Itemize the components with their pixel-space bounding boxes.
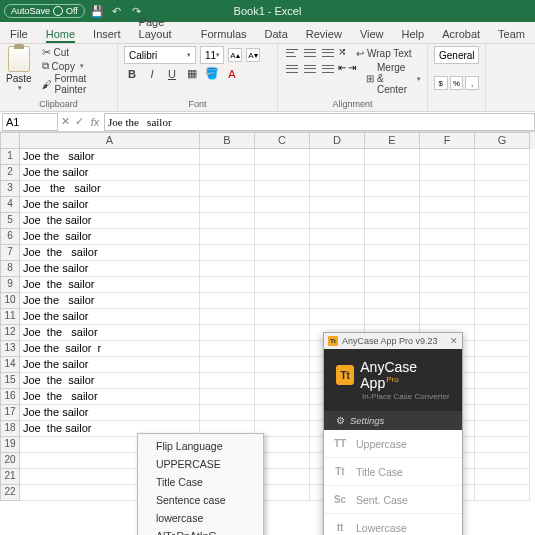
cell[interactable] <box>200 165 255 181</box>
row-header[interactable]: 19 <box>0 437 20 453</box>
name-box[interactable] <box>2 113 58 131</box>
cell[interactable] <box>475 181 530 197</box>
tab-insert[interactable]: Insert <box>93 28 121 43</box>
cell[interactable] <box>255 277 310 293</box>
cell[interactable] <box>310 245 365 261</box>
cell[interactable] <box>420 213 475 229</box>
cell[interactable] <box>200 197 255 213</box>
cell[interactable]: Joe the sailor <box>20 293 200 309</box>
cell[interactable] <box>420 261 475 277</box>
cm-titlecase[interactable]: Title Case <box>138 473 263 491</box>
cell[interactable] <box>475 453 530 469</box>
row-header[interactable]: 4 <box>0 197 20 213</box>
tab-team[interactable]: Team <box>498 28 525 43</box>
cell[interactable] <box>475 373 530 389</box>
cell[interactable] <box>365 261 420 277</box>
col-header-A[interactable]: A <box>20 132 200 149</box>
cell[interactable] <box>365 213 420 229</box>
row-header[interactable]: 1 <box>0 149 20 165</box>
comma-icon[interactable]: , <box>465 76 479 90</box>
cell[interactable]: Joe the sailor <box>20 245 200 261</box>
cell[interactable] <box>200 357 255 373</box>
cell[interactable] <box>475 357 530 373</box>
cell[interactable] <box>475 229 530 245</box>
cell[interactable] <box>255 373 310 389</box>
increase-font-icon[interactable]: A▴ <box>228 48 242 62</box>
cell[interactable] <box>475 149 530 165</box>
cancel-formula-icon[interactable]: ✕ <box>58 115 72 128</box>
row-header[interactable]: 7 <box>0 245 20 261</box>
tab-home[interactable]: Home <box>46 28 75 43</box>
cell[interactable] <box>255 389 310 405</box>
cell[interactable] <box>420 245 475 261</box>
align-center-icon[interactable] <box>302 62 318 76</box>
cell[interactable] <box>255 245 310 261</box>
cell[interactable]: Joe the sailor <box>20 405 200 421</box>
row-header[interactable]: 9 <box>0 277 20 293</box>
tab-pagelayout[interactable]: Page Layout <box>139 16 183 43</box>
cm-lowercase[interactable]: lowercase <box>138 509 263 527</box>
close-icon[interactable]: ✕ <box>450 336 458 346</box>
cell[interactable] <box>475 405 530 421</box>
currency-icon[interactable]: $ <box>434 76 448 90</box>
cell[interactable] <box>200 149 255 165</box>
cm-sentencecase[interactable]: Sentence case <box>138 491 263 509</box>
cell[interactable] <box>420 309 475 325</box>
cell[interactable] <box>255 309 310 325</box>
cell[interactable] <box>255 165 310 181</box>
cell[interactable] <box>475 341 530 357</box>
cell[interactable] <box>475 309 530 325</box>
cell[interactable] <box>200 389 255 405</box>
tab-formulas[interactable]: Formulas <box>201 28 247 43</box>
cell[interactable] <box>420 197 475 213</box>
col-header-F[interactable]: F <box>420 132 475 149</box>
cell[interactable] <box>310 197 365 213</box>
cell[interactable] <box>475 485 530 501</box>
cell[interactable]: Joe the sailor <box>20 357 200 373</box>
cell[interactable]: Joe the sailor <box>20 373 200 389</box>
anycase-opt-titlecase[interactable]: TtTitle Case <box>324 458 462 486</box>
cell[interactable] <box>420 149 475 165</box>
cell[interactable] <box>255 197 310 213</box>
cell[interactable] <box>310 309 365 325</box>
cell[interactable] <box>420 229 475 245</box>
cell[interactable]: Joe the sailor <box>20 165 200 181</box>
font-color-button[interactable]: A <box>224 68 240 80</box>
tab-data[interactable]: Data <box>265 28 288 43</box>
merge-center-button[interactable]: ⊞Merge & Center▾ <box>366 62 421 95</box>
cell[interactable] <box>310 213 365 229</box>
indent-inc-icon[interactable]: ⇥ <box>348 62 356 95</box>
cell[interactable] <box>310 277 365 293</box>
cell[interactable] <box>475 245 530 261</box>
col-header-B[interactable]: B <box>200 132 255 149</box>
row-header[interactable]: 17 <box>0 405 20 421</box>
cell[interactable]: Joe the sailor <box>20 213 200 229</box>
cell[interactable] <box>200 181 255 197</box>
col-header-E[interactable]: E <box>365 132 420 149</box>
row-header[interactable]: 16 <box>0 389 20 405</box>
select-all-corner[interactable] <box>0 132 20 149</box>
cell[interactable] <box>200 405 255 421</box>
cell[interactable] <box>475 261 530 277</box>
cell[interactable] <box>255 213 310 229</box>
row-header[interactable]: 5 <box>0 213 20 229</box>
row-header[interactable]: 6 <box>0 229 20 245</box>
col-header-C[interactable]: C <box>255 132 310 149</box>
row-header[interactable]: 22 <box>0 485 20 501</box>
font-name-combo[interactable]: Calibri▾ <box>124 46 196 64</box>
cm-alternating[interactable]: AlTeRnAtInG CaPs <box>138 527 263 535</box>
row-header[interactable]: 3 <box>0 181 20 197</box>
cell[interactable] <box>365 197 420 213</box>
cell[interactable] <box>420 165 475 181</box>
tab-help[interactable]: Help <box>402 28 425 43</box>
cell[interactable] <box>310 229 365 245</box>
save-icon[interactable]: 💾 <box>89 3 105 19</box>
cell[interactable]: Joe the sailor <box>20 389 200 405</box>
cell[interactable]: Joe the sailor <box>20 309 200 325</box>
format-painter-button[interactable]: 🖌Format Painter <box>42 73 111 95</box>
cell[interactable] <box>475 213 530 229</box>
row-header[interactable]: 10 <box>0 293 20 309</box>
formula-bar[interactable] <box>104 113 535 131</box>
cell[interactable] <box>365 149 420 165</box>
anycase-opt-uppercase[interactable]: TTUppercase <box>324 430 462 458</box>
